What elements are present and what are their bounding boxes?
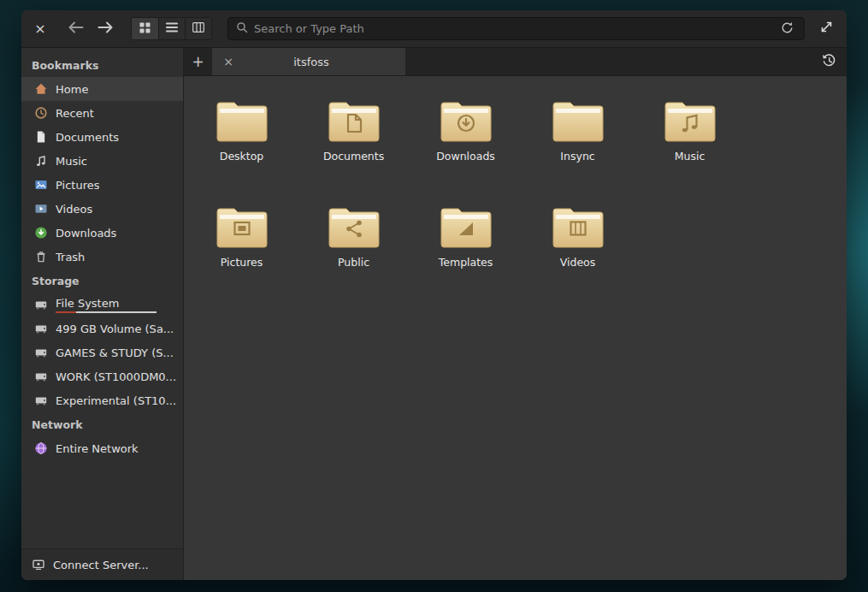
window-body: BookmarksHomeRecentDocumentsMusicPicture… xyxy=(21,48,847,580)
file-item-downloads[interactable]: Downloads xyxy=(410,88,522,194)
new-tab-button[interactable]: + xyxy=(184,48,212,75)
drive-icon xyxy=(34,370,48,383)
sidebar-item-label: Videos xyxy=(56,203,92,216)
folder-icon xyxy=(216,98,269,143)
documents-icon xyxy=(34,130,48,144)
drive-icon xyxy=(34,298,48,311)
forward-button[interactable] xyxy=(93,17,117,41)
videos-icon xyxy=(34,202,48,216)
server-icon xyxy=(32,558,45,571)
sidebar-item-label: Pictures xyxy=(56,179,99,192)
file-name: Public xyxy=(338,256,369,269)
fullscreen-button[interactable] xyxy=(814,17,838,41)
file-name: Documents xyxy=(323,150,384,163)
column-view-button[interactable] xyxy=(185,18,211,39)
file-name: Music xyxy=(675,150,706,163)
sidebar-item-trash[interactable]: Trash xyxy=(21,245,183,269)
section-header-network: Network xyxy=(21,412,183,436)
sidebar-item-label: Home xyxy=(56,83,88,96)
recent-icon xyxy=(34,106,48,120)
sidebar-item-work-st1000dm0[interactable]: WORK (ST1000DM0... xyxy=(21,364,183,388)
drive-icon xyxy=(34,346,48,359)
tab-itsfoss[interactable]: × itsfoss xyxy=(212,48,405,75)
back-arrow-icon xyxy=(68,21,85,37)
file-item-pictures[interactable]: Pictures xyxy=(186,194,298,300)
file-item-templates[interactable]: Templates xyxy=(410,194,522,300)
history-button[interactable] xyxy=(811,48,847,75)
sidebar-item-pictures[interactable]: Pictures xyxy=(21,173,183,197)
sidebar-item-downloads[interactable]: Downloads xyxy=(21,221,183,245)
icon-view-button[interactable] xyxy=(132,18,158,39)
folder-icon xyxy=(440,98,493,143)
downloads-icon xyxy=(34,226,48,240)
sidebar-item-label: GAMES & STUDY (S... xyxy=(56,346,174,359)
music-icon xyxy=(34,154,48,168)
sidebar-item-home[interactable]: Home xyxy=(21,77,183,101)
connect-server-label: Connect Server... xyxy=(53,559,149,571)
sidebar-sections: BookmarksHomeRecentDocumentsMusicPicture… xyxy=(21,48,183,548)
file-name: Desktop xyxy=(220,150,264,163)
tab-label: itsfoss xyxy=(241,56,397,68)
sidebar-item-file-system[interactable]: File System xyxy=(21,293,183,317)
file-item-insync[interactable]: Insync xyxy=(522,88,634,194)
sidebar-item-documents[interactable]: Documents xyxy=(21,125,183,149)
sidebar-item-label: File System xyxy=(56,297,156,310)
sidebar-item-games-study-s[interactable]: GAMES & STUDY (S... xyxy=(21,340,183,364)
list-view-button[interactable] xyxy=(158,18,185,39)
sidebar-item-label: Documents xyxy=(56,131,119,144)
drive-icon xyxy=(34,394,48,407)
trash-icon xyxy=(34,250,48,263)
sidebar-item-label: Music xyxy=(56,155,87,168)
sidebar-item-label: WORK (ST1000DM0... xyxy=(56,370,176,383)
history-icon xyxy=(822,54,836,70)
search-input[interactable] xyxy=(254,22,771,35)
home-icon xyxy=(34,82,48,96)
sidebar-item-label: 499 GB Volume (Sa... xyxy=(56,323,174,335)
file-manager-window: × Bo xyxy=(21,10,847,580)
sidebar-item-label: Entire Network xyxy=(56,442,139,455)
file-name: Templates xyxy=(439,256,493,269)
sidebar-item-videos[interactable]: Videos xyxy=(21,197,183,221)
sidebar-item-music[interactable]: Music xyxy=(21,149,183,173)
window-close-button[interactable]: × xyxy=(30,17,50,41)
forward-arrow-icon xyxy=(97,21,114,37)
disk-usage-bar xyxy=(56,311,156,313)
folder-icon xyxy=(552,204,605,249)
folder-icon xyxy=(216,204,269,249)
file-name: Pictures xyxy=(221,256,263,269)
list-view-icon xyxy=(166,22,178,35)
folder-icon xyxy=(328,98,381,143)
folder-icon xyxy=(328,204,381,249)
file-item-desktop[interactable]: Desktop xyxy=(186,88,298,194)
connect-server-button[interactable]: Connect Server... xyxy=(21,548,183,580)
file-name: Downloads xyxy=(436,150,495,163)
pictures-icon xyxy=(34,178,48,192)
file-item-videos[interactable]: Videos xyxy=(522,194,634,300)
file-item-public[interactable]: Public xyxy=(298,194,410,300)
sidebar-item-499-gb-volume-sa[interactable]: 499 GB Volume (Sa... xyxy=(21,317,183,340)
refresh-button[interactable] xyxy=(777,20,796,38)
network-icon xyxy=(34,441,48,455)
file-item-music[interactable]: Music xyxy=(634,88,746,194)
file-item-documents[interactable]: Documents xyxy=(298,88,410,194)
sidebar: BookmarksHomeRecentDocumentsMusicPicture… xyxy=(21,48,184,580)
sidebar-item-recent[interactable]: Recent xyxy=(21,101,183,125)
grid-view-icon xyxy=(139,22,151,36)
file-name: Videos xyxy=(560,256,596,269)
folder-icon xyxy=(664,98,717,143)
section-header-storage: Storage xyxy=(21,269,183,293)
search-bar[interactable] xyxy=(227,17,805,40)
file-grid: Desktop Documents Downloads Insync Music xyxy=(184,76,847,580)
sidebar-item-label: Recent xyxy=(56,107,94,120)
sidebar-item-entire-network[interactable]: Entire Network xyxy=(21,436,183,460)
sidebar-item-label: Downloads xyxy=(56,227,116,240)
column-view-icon xyxy=(192,22,204,35)
section-header-bookmarks: Bookmarks xyxy=(21,53,183,77)
sidebar-item-label: Trash xyxy=(56,251,85,263)
back-button[interactable] xyxy=(64,17,88,41)
refresh-icon xyxy=(781,21,794,37)
tab-close-button[interactable]: × xyxy=(221,55,236,68)
drive-icon xyxy=(34,322,48,335)
folder-icon xyxy=(552,98,605,143)
sidebar-item-experimental-st10[interactable]: Experimental (ST10... xyxy=(21,388,183,412)
